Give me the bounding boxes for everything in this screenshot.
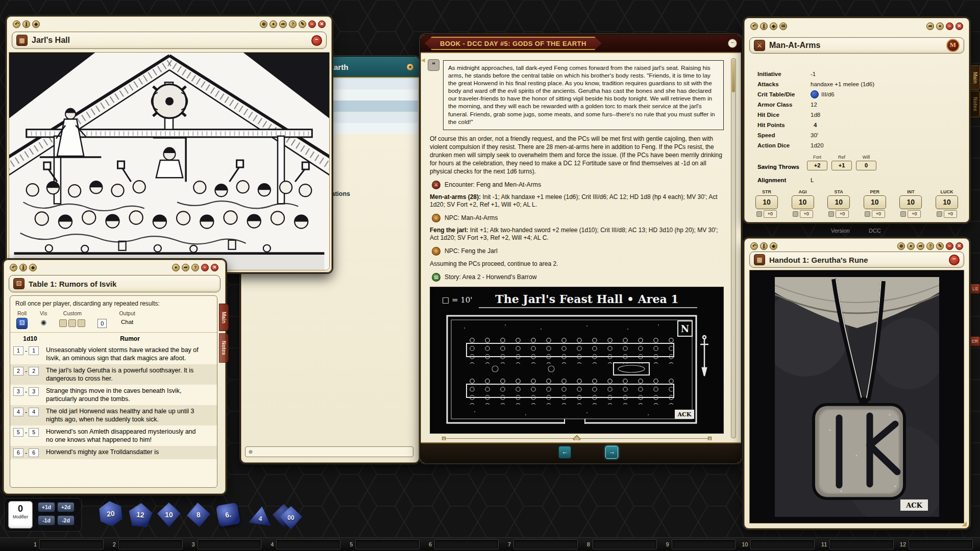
eye-icon[interactable]: ◉	[41, 318, 46, 327]
window-titlebar[interactable]: ⚔ Man-At-Arms M	[749, 37, 964, 54]
back-icon[interactable]: ↶	[10, 264, 17, 271]
custom-dice-slots[interactable]	[59, 319, 85, 327]
roll-die-icon[interactable]	[865, 211, 870, 217]
minus-2d-button[interactable]: -2d	[57, 515, 75, 525]
hotkey-slot[interactable]	[198, 539, 262, 549]
lock-icon[interactable]: ●	[172, 264, 180, 271]
roll-die-icon[interactable]	[756, 211, 762, 217]
ref-save-value[interactable]: +1	[831, 161, 852, 170]
hotkey-slot[interactable]	[39, 539, 104, 549]
output-mode-value[interactable]: Chat	[121, 319, 133, 325]
next-page-button[interactable]: →	[605, 446, 618, 459]
close-icon[interactable]: ✕	[211, 264, 218, 271]
pin-icon[interactable]: ◈	[32, 20, 40, 28]
horizontal-scrollbar[interactable]	[443, 436, 710, 440]
close-icon[interactable]: ✕	[955, 242, 963, 250]
scrollbar-handle[interactable]	[732, 60, 735, 92]
ability-score[interactable]: 10	[864, 195, 886, 209]
window-titlebar[interactable]: ⚄ Table 1: Rumors of Isvik	[9, 275, 220, 292]
chat-icon[interactable]: ✉	[779, 22, 787, 30]
minimize-icon[interactable]: −	[946, 242, 953, 250]
pin-icon[interactable]: ◈	[770, 242, 777, 250]
lock-icon[interactable]: ●	[406, 63, 414, 71]
help-icon[interactable]: ?	[289, 20, 297, 28]
ability-mod[interactable]: +0	[764, 210, 777, 218]
hotkey-slot[interactable]	[355, 539, 420, 549]
search-input[interactable]	[255, 448, 410, 456]
custom-modifier-field[interactable]: 0	[97, 319, 107, 328]
minus-1d-button[interactable]: -1d	[38, 515, 55, 525]
encounter-link[interactable]: ⚔ Encounter: Feng and Men-At-Arms	[432, 181, 726, 189]
fort-save-value[interactable]: +2	[807, 161, 827, 170]
die-d6[interactable]: 6.	[216, 503, 241, 528]
ability-mod[interactable]: +0	[872, 210, 885, 218]
hotkey-slot[interactable]	[672, 539, 736, 549]
zoom-icon[interactable]: ⊕	[897, 242, 905, 250]
vertical-scrollbar[interactable]	[731, 58, 736, 438]
hotkey-slot[interactable]	[434, 539, 499, 549]
ability-mod[interactable]: +0	[908, 210, 921, 218]
hotkey-slot[interactable]	[593, 539, 657, 549]
radial-menu-button[interactable]: −	[949, 255, 960, 265]
hotkey-slot[interactable]	[909, 539, 973, 549]
share-icon[interactable]: ➦	[917, 242, 924, 250]
stat-value[interactable]: 30'	[811, 132, 818, 138]
roll-die-icon[interactable]	[828, 211, 834, 217]
custom-die-slot[interactable]	[68, 319, 76, 327]
back-icon[interactable]: ↶	[750, 242, 758, 250]
minimize-icon[interactable]: −	[946, 22, 953, 30]
resize-grip-icon[interactable]: ◢	[962, 520, 967, 527]
hotkey-slot[interactable]	[118, 539, 183, 549]
ability-mod[interactable]: +0	[836, 210, 849, 218]
plus-2d-button[interactable]: +2d	[57, 502, 75, 512]
tab-notes[interactable]: Notes	[970, 91, 980, 117]
image-frame[interactable]	[9, 52, 330, 270]
book-title-banner[interactable]: BOOK - DCC DAY #5: GODS OF THE EARTH	[425, 37, 602, 50]
ability-mod[interactable]: +0	[800, 210, 813, 218]
map-image-feast-hall[interactable]: □ = 10' The Jarl's Feast Hall • Area 1	[430, 287, 724, 434]
window-titlebar[interactable]: ▦ Handout 1: Gerutha's Rune −	[749, 252, 964, 268]
read-aloud-icon[interactable]: ❝	[428, 59, 439, 71]
stat-value[interactable]: III/d6	[821, 91, 835, 97]
window-titlebar[interactable]: ▦ Jarl's Hall −	[12, 32, 327, 49]
alignment-value[interactable]: L	[811, 177, 814, 183]
pin-icon[interactable]: ◈	[29, 264, 37, 271]
ability-score[interactable]: 10	[755, 195, 778, 209]
hotkey-slot[interactable]	[513, 539, 578, 549]
tab-main[interactable]: Main	[219, 304, 229, 331]
handout-image-area[interactable]: ACK	[749, 270, 964, 523]
will-save-value[interactable]: 0	[856, 161, 876, 170]
stat-value[interactable]: -1	[811, 71, 816, 77]
share-icon[interactable]: ➦	[279, 20, 287, 28]
tab-notes[interactable]: Notes	[219, 333, 229, 363]
back-icon[interactable]: ↶	[750, 22, 758, 30]
custom-die-slot[interactable]	[78, 319, 85, 327]
table-row[interactable]: 2-2 The jarl's lady Gerutha is a powerfu…	[10, 364, 217, 385]
hotkey-slot[interactable]	[276, 539, 340, 549]
roll-die-icon[interactable]	[900, 211, 906, 217]
radial-menu-button[interactable]: −	[311, 35, 322, 46]
pause-icon[interactable]: ∥	[760, 22, 768, 30]
table-row[interactable]: 4-4 The old jarl Horwend was healthy and…	[10, 405, 217, 425]
pause-icon[interactable]: ∥	[22, 20, 30, 28]
tab-main[interactable]: Main	[970, 65, 980, 90]
stat-value[interactable]: 12	[811, 102, 817, 108]
stat-value[interactable]: 4	[814, 122, 817, 128]
index-search-box[interactable]: ⊕	[245, 446, 413, 457]
close-icon[interactable]: ✕	[318, 20, 326, 28]
hotkey-slot[interactable]	[750, 539, 815, 549]
d20-die-icon[interactable]	[811, 90, 819, 98]
minimize-icon[interactable]: −	[308, 20, 316, 28]
roll-dice-button[interactable]: ⚄	[16, 318, 28, 329]
help-icon[interactable]: ?	[191, 264, 199, 271]
previous-page-button[interactable]: ←	[558, 446, 571, 459]
pause-icon[interactable]: ∥	[760, 242, 768, 250]
hotkey-slot[interactable]	[829, 539, 894, 549]
pause-icon[interactable]: ∥	[19, 264, 27, 271]
ability-score[interactable]: 10	[899, 195, 922, 209]
table-row[interactable]: 5-5 Horwend's son Amleth disappeared mys…	[10, 425, 217, 446]
pin-icon[interactable]: ◈	[770, 22, 777, 30]
npc-link-feng[interactable]: ☺ NPC: Feng the Jarl	[432, 247, 726, 256]
table-row[interactable]: 1-1 Unseasonably violent storms have wra…	[10, 344, 217, 364]
minimize-button[interactable]: −	[728, 39, 737, 48]
